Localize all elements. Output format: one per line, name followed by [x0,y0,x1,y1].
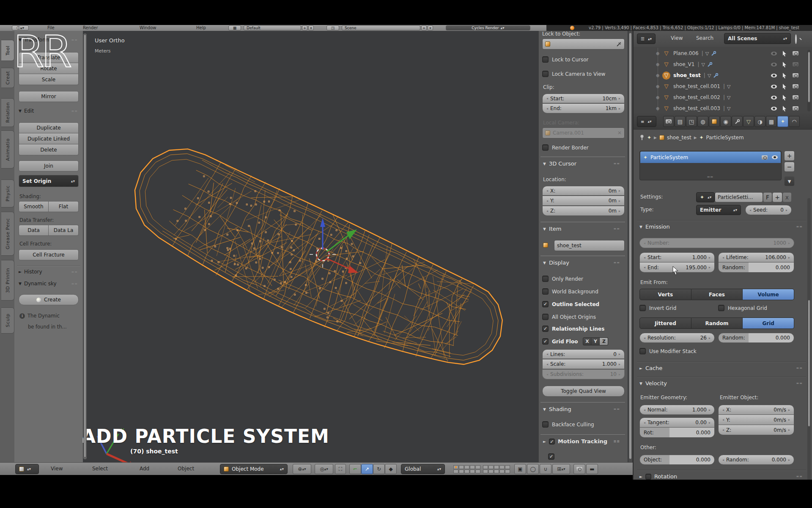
manipulator-rotate-button[interactable]: ↻ [373,464,385,474]
section-item[interactable]: ▼Item≡≡ [543,226,626,232]
clip-end-field[interactable]: End:1km [542,104,625,113]
menu-render[interactable]: Render [83,25,98,30]
item-name-field[interactable]: shoe_test [554,240,625,251]
use-modifier-stack-checkbox[interactable] [639,348,646,354]
velocity-rot-field[interactable]: Rot:0.000 [639,428,715,438]
tab-physics[interactable]: Physic [1,179,14,207]
selectability-cursor-icon[interactable] [782,51,787,56]
tab-3d-printing[interactable]: 3D Printin [1,260,14,301]
motion-tracking-checkbox[interactable] [549,439,555,444]
tab-constraints[interactable]: ◉ [720,116,731,127]
snap-toggle[interactable]: ∪ [540,464,551,474]
grid-scale-field[interactable]: Scale:1.000 [542,359,625,369]
section-rotation[interactable]: ►Rotation≡≡ [639,473,809,480]
npanel-scrollbar[interactable] [628,31,632,462]
scene-close-button[interactable]: x [428,25,433,30]
tab-texture[interactable]: ▩ [766,116,777,127]
duplicate-button[interactable]: Duplicate [19,122,79,133]
grid-floor-row[interactable]: Grid Floo X Y Z [542,337,608,345]
expand-icon[interactable]: ⊕ [655,95,660,100]
outliner-filter-select[interactable]: All Scenes▲▼ [724,33,791,44]
outliner-menu-view[interactable]: View [671,35,683,41]
delete-button[interactable]: Delete [19,144,79,155]
editor-type-button[interactable]: ≡▲▼ [637,116,656,127]
all-object-origins-row[interactable]: All Object Origins [542,314,596,320]
outliner-scrollbar[interactable] [807,50,811,111]
velocity-random-field[interactable]: Random:0.000 [718,455,794,465]
visibility-eye-icon[interactable] [772,155,778,159]
relationship-lines-row[interactable]: Relationship Lines [542,326,604,332]
visibility-eye-icon[interactable] [771,85,777,88]
search-icon[interactable] [795,35,797,43]
shade-smooth-button[interactable]: Smooth [19,201,49,212]
scene-name-field[interactable]: Scene [342,25,420,30]
render-border-row[interactable]: Render Border [542,144,589,151]
data-layout-button[interactable]: Data La [49,225,79,236]
tab-scene[interactable]: ◳ [686,116,697,127]
type-select[interactable]: Emitter▲▼ [696,205,741,215]
new-settings-button[interactable]: + [772,192,782,202]
properties-scrollbar[interactable] [807,198,811,480]
manipulator-axis-button[interactable]: ⌐ [349,464,361,474]
selectability-cursor-icon[interactable] [782,106,787,111]
outliner-row-cell-001[interactable]: ⊕ ▽ shoe_test_cell.001 | ▽ [634,81,803,92]
outline-selected-row[interactable]: Outline Selected [542,301,599,307]
visibility-eye-icon[interactable] [771,63,777,66]
section-emission[interactable]: ▼Emission≡≡ [639,224,809,230]
add-particle-system-button[interactable]: + [784,151,795,161]
velocity-x-field[interactable]: X:0m/s [718,405,794,415]
create-button[interactable]: Create [19,294,79,305]
breadcrumb-slot[interactable]: ParticleSystem [706,135,744,141]
grid-floor-checkbox[interactable] [542,338,549,345]
lock-to-cursor-checkbox[interactable] [542,56,549,63]
outliner-row-shoe-test[interactable]: ⊕ ▽ shoe_test | ▽ [634,70,803,81]
velocity-z-field[interactable]: Z:0m/s [718,425,794,435]
tab-particles[interactable]: ✦ [777,116,788,127]
invert-grid-checkbox[interactable] [639,305,646,311]
lock-to-scene-toggle[interactable]: ▣ [514,464,526,474]
expand-icon[interactable]: ⊕ [655,51,660,56]
random-button[interactable]: Random [691,318,743,329]
settings-browse-button[interactable]: ✦▲▼ [696,192,715,202]
layout-browse-button[interactable]: ▦ [228,25,241,30]
set-origin-dropdown[interactable]: Set Origin▲▼ [19,175,79,187]
selectability-cursor-icon[interactable] [782,73,787,78]
only-render-row[interactable]: Only Render [542,276,583,282]
number-field[interactable]: Number:1000 [639,238,794,248]
tab-sculpt[interactable]: Sculp [1,307,14,334]
layers-grid-1[interactable] [453,465,480,473]
section-history[interactable]: ►History≡≡ [19,269,80,275]
tab-material[interactable]: ◑ [754,116,765,127]
hexagonal-grid-checkbox[interactable] [718,305,724,311]
window-type-button[interactable]: ⓘ▲▼ [12,25,29,30]
lock-object-field[interactable] [542,39,625,50]
layers-grid-2[interactable] [483,465,510,473]
section-display[interactable]: ▼Display≡≡ [543,260,626,266]
lock-to-cursor-row[interactable]: Lock to Cursor [542,56,588,63]
tab-physics[interactable]: ◠ [789,116,800,127]
axis-x-toggle[interactable]: X [583,337,591,345]
hexagonal-grid-row[interactable]: Hexagonal Grid [718,305,767,311]
unlink-settings-button[interactable]: x [782,192,792,202]
selectability-cursor-icon[interactable] [782,62,787,67]
cursor-x-field[interactable]: X:0m [542,186,625,196]
velocity-object-field[interactable]: Object:0.000 [639,455,715,465]
outliner-row-cell-002[interactable]: ⊕ ▽ shoe_test_cell.002 | ▽ [634,92,803,103]
eyedropper-icon[interactable] [616,41,622,47]
emit-verts-button[interactable]: Verts [639,289,691,300]
all-object-origins-checkbox[interactable] [542,314,549,320]
emit-volume-button[interactable]: Volume [743,289,794,300]
tab-modifiers[interactable] [732,116,743,127]
render-engine-select[interactable]: Cycles Render▲▼ [446,25,530,30]
layout-name-field[interactable]: Default [244,25,301,30]
layout-close-button[interactable]: x [308,25,314,30]
toolshelf-scrollbar[interactable] [83,33,87,459]
pivot-center-select[interactable]: ◎▲▼ [315,464,333,474]
join-button[interactable]: Join [19,160,79,171]
grid-random-field[interactable]: Random:0.000 [718,333,794,343]
resolution-field[interactable]: Resolution:26 [639,333,715,343]
pin-icon[interactable] [639,135,645,141]
tab-render[interactable] [663,116,674,127]
expand-icon[interactable]: ⊕ [655,73,660,78]
section-edit[interactable]: ▼Edit≡≡ [19,108,80,114]
